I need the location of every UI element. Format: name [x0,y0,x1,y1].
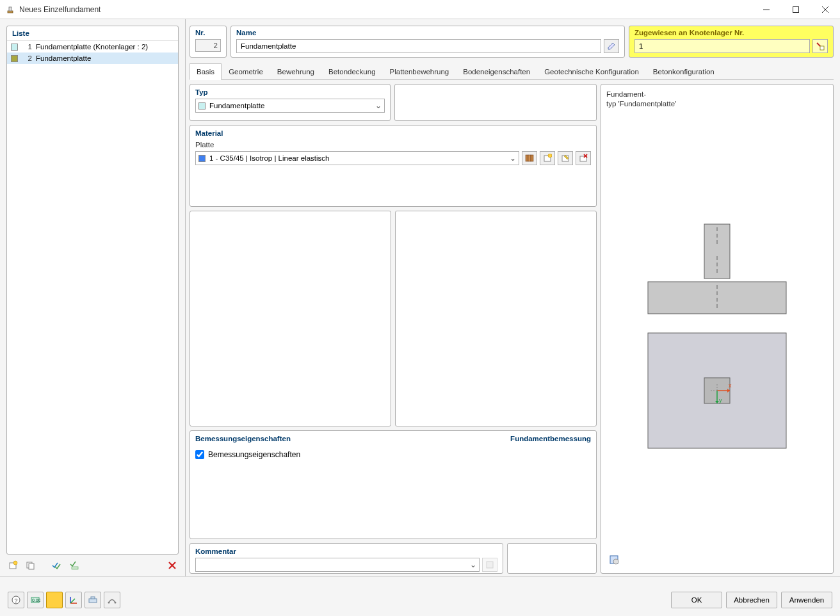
blank-panel-comment-side [507,543,597,574]
tab-bodeneigenschaften[interactable]: Bodeneigenschaften [456,63,537,80]
plate-label: Platte [195,141,591,149]
copy-item-button[interactable] [23,558,38,573]
check-all-button[interactable] [67,558,82,573]
svg-point-41 [613,559,618,564]
type-panel: Typ Fundamentplatte ⌄ [190,84,391,121]
preview-caption: Fundament- typ 'Fundamentplatte' [606,90,828,109]
apply-button[interactable]: Anwenden [781,592,832,608]
ok-button[interactable]: OK [671,592,722,608]
tab-bewehrung[interactable]: Bewehrung [270,63,321,80]
preview-drawing: x y [606,109,828,551]
name-field-box: Name [230,26,625,58]
svg-rect-21 [580,156,586,161]
number-input [195,39,221,52]
svg-rect-50 [91,597,95,599]
type-value: Fundamentplatte [209,102,375,109]
svg-point-51 [108,602,110,604]
pick-node-button[interactable] [812,39,828,53]
blank-panel-mid-right [395,211,597,426]
design-props-checkbox-label: Bemessungseigenschaften [208,450,300,459]
app-icon [5,4,15,15]
coords-button[interactable] [65,592,82,608]
edit-name-button[interactable] [604,39,619,53]
svg-rect-3 [793,7,799,13]
maximize-button[interactable] [781,0,811,19]
type-header: Typ [195,88,385,96]
svg-rect-24 [487,562,493,568]
list-item-swatch [11,55,18,62]
minimize-button[interactable] [752,0,781,19]
svg-rect-14 [820,46,824,50]
design-props-checkbox[interactable] [195,450,204,459]
tab-plattenbewehrung[interactable]: Plattenbewehrung [383,63,456,80]
svg-rect-17 [531,155,533,161]
material-library-button[interactable] [522,151,537,165]
new-item-button[interactable] [5,558,20,573]
name-input[interactable] [236,39,601,53]
list-header: Liste [7,26,178,41]
window-title: Neues Einzelfundament [19,5,752,14]
comment-edit-button[interactable] [482,558,497,572]
blank-panel-mid-left [190,211,391,426]
tool-button-2[interactable] [104,592,120,608]
svg-point-52 [115,602,117,604]
cancel-button[interactable]: Abbrechen [726,592,777,608]
tabs: Basis Geometrie Bewehrung Betondeckung P… [190,63,834,80]
material-panel: Material Platte 1 - C35/45 | Isotrop | L… [190,125,597,207]
assigned-box: Zugewiesen an Knotenlager Nr. [629,26,834,58]
material-new-button[interactable] [540,151,555,165]
chevron-down-icon: ⌄ [510,154,516,163]
list-toolbar [0,557,185,576]
svg-rect-0 [8,11,13,13]
footer: ? 0.00 OK Abbrechen Anwenden [0,576,840,616]
svg-rect-9 [29,563,34,569]
color-button[interactable] [46,592,63,608]
delete-item-button[interactable] [165,558,180,573]
chevron-down-icon: ⌄ [470,560,476,569]
check-single-button[interactable] [49,558,64,573]
name-label: Name [236,29,619,36]
assigned-label: Zugewiesen an Knotenlager Nr. [634,29,828,36]
material-value: 1 - C35/45 | Isotrop | Linear elastisch [209,154,510,162]
type-combo[interactable]: Fundamentplatte ⌄ [195,99,385,113]
list-item-label: Fundamentplatte [36,54,91,62]
list-item-2[interactable]: 2 Fundamentplatte [7,53,178,64]
tab-geotechnische-konfiguration[interactable]: Geotechnische Konfiguration [537,63,646,80]
svg-rect-1 [9,7,12,11]
svg-rect-16 [528,155,531,161]
list-item-label: Fundamentplatte (Knotenlager : 2) [36,43,148,51]
svg-rect-49 [89,599,97,603]
material-combo[interactable]: 1 - C35/45 | Isotrop | Linear elastisch … [195,151,519,165]
list-item-swatch [11,44,18,51]
comment-header: Kommentar [195,547,497,555]
help-button[interactable]: ? [8,592,24,608]
units-button[interactable]: 0.00 [27,592,44,608]
svg-point-19 [548,154,552,158]
tab-betonkonfiguration[interactable]: Betonkonfiguration [646,63,722,80]
foundation-design-header: Fundamentbemessung [510,435,591,442]
tab-betondeckung[interactable]: Betondeckung [321,63,383,80]
svg-rect-10 [72,567,78,569]
preview-settings-button[interactable] [606,552,622,567]
list-item-1[interactable]: 1 Fundamentplatte (Knotenlager : 2) [7,41,178,53]
tab-geometrie[interactable]: Geometrie [222,63,270,80]
comment-combo[interactable]: ⌄ [195,558,480,572]
comment-panel: Kommentar ⌄ [190,543,503,574]
design-props-checkbox-row[interactable]: Bemessungseigenschaften [195,450,591,459]
number-field-box: Nr. [190,26,227,58]
tab-basis[interactable]: Basis [190,63,222,80]
material-edit-button[interactable] [558,151,573,165]
assigned-input[interactable] [634,39,810,53]
design-panel: Bemessungseigenschaften Fundamentbemessu… [190,430,597,539]
close-button[interactable] [811,0,840,19]
chevron-down-icon: ⌄ [375,101,382,110]
svg-rect-15 [526,155,528,161]
svg-point-7 [13,561,17,565]
list-box: Liste 1 Fundamentplatte (Knotenlager : 2… [6,26,179,555]
design-props-header: Bemessungseigenschaften [195,435,291,442]
material-delete-button[interactable] [576,151,591,165]
blank-panel-top [394,84,597,121]
material-swatch-icon [198,155,206,162]
tool-button-1[interactable] [85,592,101,608]
right-area: Nr. Name Zugewiesen an Knotenlager Nr. [186,19,840,576]
